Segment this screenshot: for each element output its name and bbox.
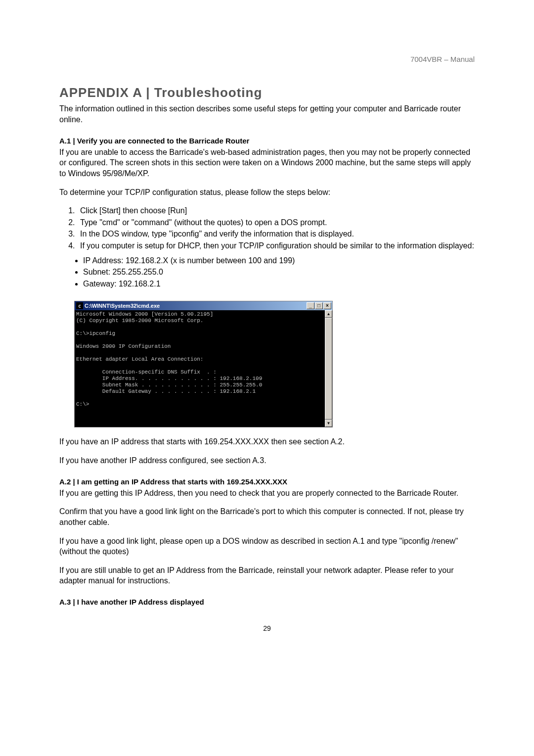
- scrollbar-vertical[interactable]: ▲ ▼: [325, 310, 332, 427]
- a1-bullet-list: IP Address: 192.168.2.X (x is number bet…: [83, 255, 475, 289]
- list-item: Gateway: 192.168.2.1: [83, 279, 475, 289]
- scrollbar-track[interactable]: [325, 318, 332, 420]
- list-item: IP Address: 192.168.2.X (x is number bet…: [83, 255, 475, 266]
- a2-p3: If you have a good link light, please op…: [59, 536, 475, 557]
- list-item: Click [Start] then choose [Run]: [77, 205, 475, 216]
- a2-p1: If you are getting this IP Address, then…: [59, 488, 475, 499]
- a1-after1: If you have an IP address that starts wi…: [59, 436, 475, 447]
- list-item: Type "cmd" or "command" (without the quo…: [77, 217, 475, 228]
- minimize-button[interactable]: _: [307, 302, 314, 309]
- list-item: Subnet: 255.255.255.0: [83, 267, 475, 278]
- a1-p1: If you are unable to access the Barricad…: [59, 147, 475, 179]
- cmd-output: Microsoft Windows 2000 [Version 5.00.219…: [75, 310, 325, 427]
- cmd-window: c C:\WINNT\System32\cmd.exe _ □ × Micros…: [74, 301, 333, 427]
- list-item: If you computer is setup for DHCP, then …: [77, 240, 475, 251]
- a1-heading: A.1 | Verify you are connected to the Ba…: [59, 136, 475, 146]
- intro-paragraph: The information outlined in this section…: [59, 103, 475, 125]
- a2-p2: Confirm that you have a good link light …: [59, 506, 475, 527]
- page-number: 29: [59, 624, 475, 633]
- scroll-down-icon[interactable]: ▼: [325, 420, 332, 427]
- manual-page: 7004VBR – Manual APPENDIX A | Troublesho…: [0, 0, 534, 653]
- a1-after2: If you have another IP address configure…: [59, 455, 475, 466]
- cmd-window-title: C:\WINNT\System32\cmd.exe: [85, 302, 307, 310]
- a1-steps-list: Click [Start] then choose [Run] Type "cm…: [77, 205, 475, 251]
- maximize-button[interactable]: □: [315, 302, 323, 309]
- cmd-titlebar: c C:\WINNT\System32\cmd.exe _ □ ×: [75, 301, 332, 310]
- scroll-up-icon[interactable]: ▲: [325, 310, 332, 318]
- a2-heading: A.2 | I am getting an IP Address that st…: [59, 477, 475, 487]
- header-doc-title: 7004VBR – Manual: [59, 54, 475, 64]
- window-controls: _ □ ×: [307, 302, 331, 309]
- list-item: In the DOS window, type "ipconfig" and v…: [77, 229, 475, 239]
- close-button[interactable]: ×: [323, 302, 331, 309]
- a2-p4: If you are still unable to get an IP Add…: [59, 565, 475, 586]
- a3-heading: A.3 | I have another IP Address displaye…: [59, 597, 475, 607]
- cmd-icon: c: [76, 302, 83, 309]
- appendix-title: APPENDIX A | Troubleshooting: [59, 84, 475, 101]
- scrollbar-thumb[interactable]: [325, 318, 332, 420]
- a1-p2: To determine your TCP/IP configuration s…: [59, 187, 475, 198]
